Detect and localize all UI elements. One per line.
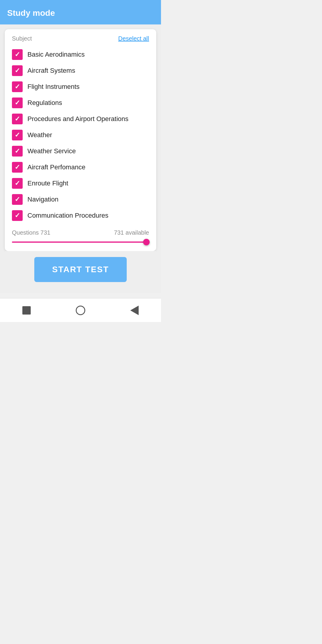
- subject-label-4: Regulations: [27, 99, 62, 107]
- subject-label-3: Flight Instruments: [27, 83, 80, 91]
- subject-item-2[interactable]: Aircraft Systems: [12, 63, 149, 78]
- start-test-container: START TEST: [5, 251, 156, 288]
- square-icon[interactable]: [22, 306, 31, 315]
- subject-label-11: Communication Procedures: [27, 212, 108, 219]
- back-icon[interactable]: [130, 306, 139, 315]
- start-test-button[interactable]: START TEST: [34, 257, 127, 282]
- checkbox-icon-9: [12, 178, 23, 189]
- app-bar-title: Study mode: [7, 8, 55, 18]
- subject-card: Subject Deselect all Basic AerodinamicsA…: [5, 29, 156, 251]
- subject-item-3[interactable]: Flight Instruments: [12, 79, 149, 95]
- slider-fill: [12, 242, 149, 243]
- checkbox-icon-8: [12, 162, 23, 173]
- checkbox-icon-6: [12, 130, 23, 140]
- app-bar: Study mode: [0, 0, 161, 24]
- subject-label-10: Navigation: [27, 196, 58, 203]
- subject-label-7: Weather Service: [27, 147, 76, 155]
- subject-item-5[interactable]: Procedures and Airport Operations: [12, 111, 149, 127]
- question-slider[interactable]: [12, 239, 149, 245]
- subject-item-6[interactable]: Weather: [12, 127, 149, 143]
- circle-icon[interactable]: [76, 306, 85, 315]
- checkbox-icon-1: [12, 49, 23, 60]
- questions-row: Questions 731 731 available: [12, 229, 149, 236]
- subject-item-7[interactable]: Weather Service: [12, 143, 149, 159]
- checkbox-icon-10: [12, 194, 23, 205]
- subject-item-4[interactable]: Regulations: [12, 95, 149, 111]
- questions-available: 731 available: [114, 229, 149, 236]
- subject-label-5: Procedures and Airport Operations: [27, 115, 129, 123]
- checkbox-icon-2: [12, 65, 23, 76]
- subject-label-9: Enroute Flight: [27, 179, 68, 187]
- slider-thumb: [143, 239, 150, 245]
- card-header: Subject Deselect all: [12, 35, 149, 42]
- checkbox-icon-11: [12, 210, 23, 221]
- checkbox-icon-5: [12, 114, 23, 124]
- checkbox-icon-3: [12, 81, 23, 92]
- subject-list: Basic AerodinamicsAircraft SystemsFlight…: [12, 47, 149, 223]
- navigation-bar: [0, 298, 161, 322]
- subject-item-9[interactable]: Enroute Flight: [12, 176, 149, 191]
- subject-label-6: Weather: [27, 131, 52, 139]
- checkbox-icon-7: [12, 146, 23, 157]
- subject-label-8: Aircraft Perfomance: [27, 163, 85, 171]
- subject-label-1: Basic Aerodinamics: [27, 51, 85, 58]
- questions-count: Questions 731: [12, 229, 50, 236]
- deselect-all-button[interactable]: Deselect all: [118, 35, 149, 42]
- subject-item-8[interactable]: Aircraft Perfomance: [12, 160, 149, 175]
- subject-label: Subject: [12, 35, 32, 42]
- checkbox-icon-4: [12, 97, 23, 108]
- subject-item-10[interactable]: Navigation: [12, 192, 149, 207]
- slider-track: [12, 242, 149, 243]
- subject-item-11[interactable]: Communication Procedures: [12, 208, 149, 223]
- subject-label-2: Aircraft Systems: [27, 67, 75, 75]
- content-area: Subject Deselect all Basic AerodinamicsA…: [0, 24, 161, 293]
- subject-item-1[interactable]: Basic Aerodinamics: [12, 47, 149, 62]
